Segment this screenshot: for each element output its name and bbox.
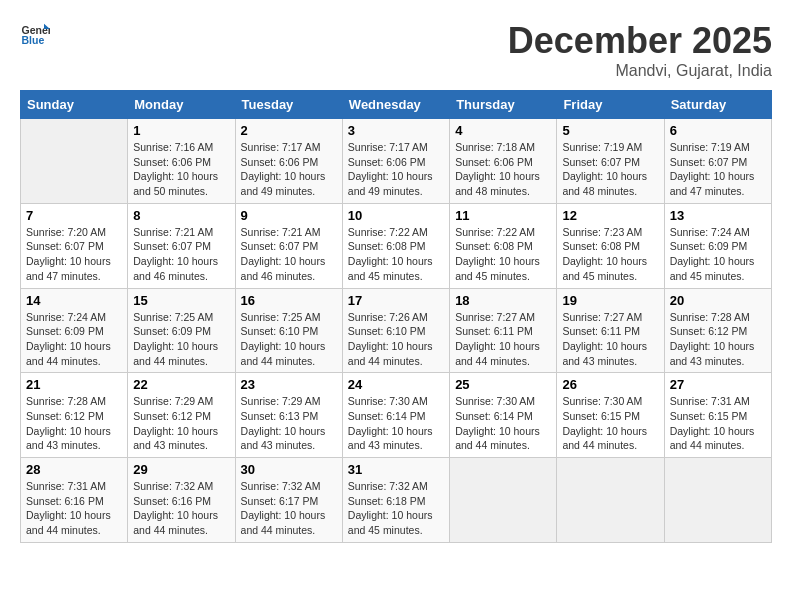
calendar-cell: 5Sunrise: 7:19 AMSunset: 6:07 PMDaylight… [557,119,664,204]
title-block: December 2025 Mandvi, Gujarat, India [508,20,772,80]
day-number: 2 [241,123,337,138]
day-info: Sunrise: 7:20 AMSunset: 6:07 PMDaylight:… [26,225,122,284]
calendar-cell: 13Sunrise: 7:24 AMSunset: 6:09 PMDayligh… [664,203,771,288]
calendar-cell: 16Sunrise: 7:25 AMSunset: 6:10 PMDayligh… [235,288,342,373]
calendar-cell: 28Sunrise: 7:31 AMSunset: 6:16 PMDayligh… [21,458,128,543]
day-number: 24 [348,377,444,392]
day-info: Sunrise: 7:17 AMSunset: 6:06 PMDaylight:… [241,140,337,199]
day-info: Sunrise: 7:30 AMSunset: 6:14 PMDaylight:… [348,394,444,453]
day-info: Sunrise: 7:19 AMSunset: 6:07 PMDaylight:… [670,140,766,199]
day-info: Sunrise: 7:31 AMSunset: 6:16 PMDaylight:… [26,479,122,538]
calendar-cell: 21Sunrise: 7:28 AMSunset: 6:12 PMDayligh… [21,373,128,458]
day-number: 27 [670,377,766,392]
calendar-week-row: 28Sunrise: 7:31 AMSunset: 6:16 PMDayligh… [21,458,772,543]
day-info: Sunrise: 7:19 AMSunset: 6:07 PMDaylight:… [562,140,658,199]
day-info: Sunrise: 7:30 AMSunset: 6:14 PMDaylight:… [455,394,551,453]
header-friday: Friday [557,91,664,119]
day-info: Sunrise: 7:21 AMSunset: 6:07 PMDaylight:… [133,225,229,284]
header-saturday: Saturday [664,91,771,119]
calendar-week-row: 21Sunrise: 7:28 AMSunset: 6:12 PMDayligh… [21,373,772,458]
day-number: 22 [133,377,229,392]
day-number: 28 [26,462,122,477]
calendar-header-row: SundayMondayTuesdayWednesdayThursdayFrid… [21,91,772,119]
calendar-cell: 10Sunrise: 7:22 AMSunset: 6:08 PMDayligh… [342,203,449,288]
calendar-cell: 18Sunrise: 7:27 AMSunset: 6:11 PMDayligh… [450,288,557,373]
day-number: 14 [26,293,122,308]
day-number: 9 [241,208,337,223]
day-number: 13 [670,208,766,223]
day-number: 25 [455,377,551,392]
day-info: Sunrise: 7:28 AMSunset: 6:12 PMDaylight:… [26,394,122,453]
header-wednesday: Wednesday [342,91,449,119]
calendar-cell: 14Sunrise: 7:24 AMSunset: 6:09 PMDayligh… [21,288,128,373]
logo: General Blue [20,20,50,50]
header-thursday: Thursday [450,91,557,119]
day-info: Sunrise: 7:16 AMSunset: 6:06 PMDaylight:… [133,140,229,199]
day-number: 20 [670,293,766,308]
month-title: December 2025 [508,20,772,62]
calendar-cell: 23Sunrise: 7:29 AMSunset: 6:13 PMDayligh… [235,373,342,458]
header-sunday: Sunday [21,91,128,119]
day-info: Sunrise: 7:23 AMSunset: 6:08 PMDaylight:… [562,225,658,284]
calendar-cell: 6Sunrise: 7:19 AMSunset: 6:07 PMDaylight… [664,119,771,204]
location: Mandvi, Gujarat, India [508,62,772,80]
day-info: Sunrise: 7:25 AMSunset: 6:09 PMDaylight:… [133,310,229,369]
calendar-cell: 31Sunrise: 7:32 AMSunset: 6:18 PMDayligh… [342,458,449,543]
day-info: Sunrise: 7:27 AMSunset: 6:11 PMDaylight:… [562,310,658,369]
day-number: 16 [241,293,337,308]
calendar-cell [450,458,557,543]
calendar-cell: 29Sunrise: 7:32 AMSunset: 6:16 PMDayligh… [128,458,235,543]
calendar-cell: 12Sunrise: 7:23 AMSunset: 6:08 PMDayligh… [557,203,664,288]
day-info: Sunrise: 7:17 AMSunset: 6:06 PMDaylight:… [348,140,444,199]
calendar-week-row: 14Sunrise: 7:24 AMSunset: 6:09 PMDayligh… [21,288,772,373]
logo-icon: General Blue [20,20,50,50]
day-number: 4 [455,123,551,138]
calendar-cell [664,458,771,543]
day-number: 23 [241,377,337,392]
day-number: 8 [133,208,229,223]
day-number: 18 [455,293,551,308]
calendar-cell: 11Sunrise: 7:22 AMSunset: 6:08 PMDayligh… [450,203,557,288]
day-number: 6 [670,123,766,138]
day-info: Sunrise: 7:24 AMSunset: 6:09 PMDaylight:… [26,310,122,369]
day-info: Sunrise: 7:29 AMSunset: 6:13 PMDaylight:… [241,394,337,453]
day-info: Sunrise: 7:25 AMSunset: 6:10 PMDaylight:… [241,310,337,369]
calendar-cell: 1Sunrise: 7:16 AMSunset: 6:06 PMDaylight… [128,119,235,204]
calendar-cell: 19Sunrise: 7:27 AMSunset: 6:11 PMDayligh… [557,288,664,373]
header-tuesday: Tuesday [235,91,342,119]
calendar-cell [21,119,128,204]
calendar-cell: 3Sunrise: 7:17 AMSunset: 6:06 PMDaylight… [342,119,449,204]
day-info: Sunrise: 7:18 AMSunset: 6:06 PMDaylight:… [455,140,551,199]
calendar-cell: 26Sunrise: 7:30 AMSunset: 6:15 PMDayligh… [557,373,664,458]
svg-text:Blue: Blue [22,34,45,46]
calendar-cell: 8Sunrise: 7:21 AMSunset: 6:07 PMDaylight… [128,203,235,288]
calendar-cell: 4Sunrise: 7:18 AMSunset: 6:06 PMDaylight… [450,119,557,204]
calendar-cell: 22Sunrise: 7:29 AMSunset: 6:12 PMDayligh… [128,373,235,458]
day-number: 1 [133,123,229,138]
day-info: Sunrise: 7:30 AMSunset: 6:15 PMDaylight:… [562,394,658,453]
calendar-cell: 30Sunrise: 7:32 AMSunset: 6:17 PMDayligh… [235,458,342,543]
calendar-cell: 25Sunrise: 7:30 AMSunset: 6:14 PMDayligh… [450,373,557,458]
day-number: 21 [26,377,122,392]
day-number: 5 [562,123,658,138]
calendar-week-row: 1Sunrise: 7:16 AMSunset: 6:06 PMDaylight… [21,119,772,204]
day-info: Sunrise: 7:24 AMSunset: 6:09 PMDaylight:… [670,225,766,284]
day-info: Sunrise: 7:28 AMSunset: 6:12 PMDaylight:… [670,310,766,369]
day-number: 3 [348,123,444,138]
day-number: 19 [562,293,658,308]
day-number: 10 [348,208,444,223]
day-info: Sunrise: 7:22 AMSunset: 6:08 PMDaylight:… [455,225,551,284]
day-info: Sunrise: 7:32 AMSunset: 6:16 PMDaylight:… [133,479,229,538]
day-info: Sunrise: 7:21 AMSunset: 6:07 PMDaylight:… [241,225,337,284]
day-info: Sunrise: 7:27 AMSunset: 6:11 PMDaylight:… [455,310,551,369]
calendar-cell: 2Sunrise: 7:17 AMSunset: 6:06 PMDaylight… [235,119,342,204]
calendar-cell: 15Sunrise: 7:25 AMSunset: 6:09 PMDayligh… [128,288,235,373]
calendar-cell: 27Sunrise: 7:31 AMSunset: 6:15 PMDayligh… [664,373,771,458]
day-number: 7 [26,208,122,223]
calendar-cell: 7Sunrise: 7:20 AMSunset: 6:07 PMDaylight… [21,203,128,288]
day-number: 17 [348,293,444,308]
day-number: 29 [133,462,229,477]
day-number: 12 [562,208,658,223]
calendar-cell: 20Sunrise: 7:28 AMSunset: 6:12 PMDayligh… [664,288,771,373]
header-monday: Monday [128,91,235,119]
